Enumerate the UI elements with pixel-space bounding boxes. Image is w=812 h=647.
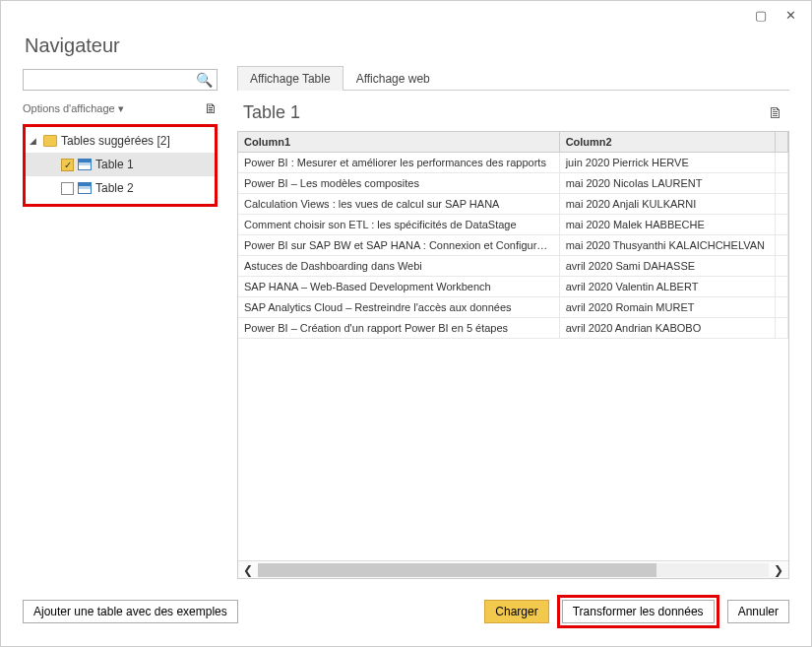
grid-scroll: Column1 Column2 Power BI : Mesurer et am… xyxy=(238,132,788,560)
table-cell: Astuces de Dashboarding dans Webi xyxy=(238,256,559,277)
folder-icon xyxy=(43,135,57,147)
maximize-button[interactable]: ▢ xyxy=(746,5,776,25)
data-grid: Column1 Column2 Power BI : Mesurer et am… xyxy=(237,131,789,579)
refresh-options-icon[interactable]: 🗎 xyxy=(204,100,218,116)
table-cell: juin 2020 Pierrick HERVE xyxy=(559,153,775,173)
table-cell: mai 2020 Malek HABBECHE xyxy=(559,215,775,235)
table-row[interactable]: Power BI sur SAP BW et SAP HANA : Connex… xyxy=(238,235,788,256)
table-icon xyxy=(78,182,92,194)
tree-item-label: Table 1 xyxy=(95,158,134,171)
tree-item-table-2[interactable]: Table 2 xyxy=(26,176,215,200)
transform-data-button[interactable]: Transformer les données xyxy=(562,600,715,623)
table-cell xyxy=(775,194,787,215)
table-row[interactable]: SAP HANA – Web-Based Development Workben… xyxy=(238,277,788,297)
right-pane: Affichage Table Affichage web Table 1 🗎 … xyxy=(237,65,789,579)
table-title: Table 1 xyxy=(243,102,300,123)
chevron-down-icon: ◢ xyxy=(30,136,39,146)
scroll-left-icon[interactable]: ❮ xyxy=(238,563,258,577)
load-button[interactable]: Charger xyxy=(484,600,548,623)
search-icon[interactable]: 🔍 xyxy=(196,72,213,88)
tree-group-suggested-tables[interactable]: ◢ Tables suggérées [2] xyxy=(26,129,215,153)
scroll-right-icon[interactable]: ❯ xyxy=(769,563,788,577)
table-cell: avril 2020 Sami DAHASSE xyxy=(559,256,775,277)
table-cell xyxy=(775,173,787,194)
table-cell xyxy=(775,153,787,173)
table-row[interactable]: Calculation Views : les vues de calcul s… xyxy=(238,194,788,215)
table-title-row: Table 1 🗎 xyxy=(237,91,789,131)
table-cell: avril 2020 Andrian KABOBO xyxy=(559,318,775,339)
tab-table-view[interactable]: Affichage Table xyxy=(237,66,344,91)
table-cell xyxy=(775,318,787,339)
table-row[interactable]: Power BI : Mesurer et améliorer les perf… xyxy=(238,153,788,173)
column-header[interactable]: Column2 xyxy=(559,132,775,153)
table-cell xyxy=(775,277,787,297)
table-cell xyxy=(775,235,787,256)
table-cell: Power BI sur SAP BW et SAP HANA : Connex… xyxy=(238,235,559,256)
transform-highlight: Transformer les données xyxy=(557,595,719,628)
table-cell: SAP Analytics Cloud – Restreindre l'accè… xyxy=(238,297,559,318)
table-cell xyxy=(775,297,787,318)
left-pane: 🔍 Options d'affichage ▾ 🗎 ◢ Tables suggé… xyxy=(23,69,218,579)
column-header[interactable]: Column1 xyxy=(238,132,559,153)
tab-web-view[interactable]: Affichage web xyxy=(344,66,443,91)
display-options-label: Options d'affichage ▾ xyxy=(23,102,124,115)
tree-group-label: Tables suggérées [2] xyxy=(61,134,170,148)
table-cell: mai 2020 Nicolas LAURENT xyxy=(559,173,775,194)
search-input-wrap[interactable]: 🔍 xyxy=(23,69,218,91)
horizontal-scrollbar[interactable]: ❮ ❯ xyxy=(238,560,788,578)
table-row[interactable]: Astuces de Dashboarding dans Webiavril 2… xyxy=(238,256,788,277)
table-cell: Power BI : Mesurer et améliorer les perf… xyxy=(238,153,559,173)
preview-table: Column1 Column2 Power BI : Mesurer et am… xyxy=(238,132,788,339)
scroll-track[interactable] xyxy=(258,563,769,577)
table-header-row: Column1 Column2 xyxy=(238,132,788,153)
table-cell: Power BI – Les modèles composites xyxy=(238,173,559,194)
checkbox-table-1[interactable]: ✓ xyxy=(61,159,74,171)
table-cell: avril 2020 Valentin ALBERT xyxy=(559,277,775,297)
refresh-preview-icon[interactable]: 🗎 xyxy=(768,104,783,122)
scroll-thumb[interactable] xyxy=(258,563,656,577)
table-cell: Power BI – Création d'un rapport Power B… xyxy=(238,318,559,339)
cancel-button[interactable]: Annuler xyxy=(727,600,789,623)
table-cell xyxy=(775,215,787,235)
footer: Ajouter une table avec des exemples Char… xyxy=(1,579,811,646)
add-table-button[interactable]: Ajouter une table avec des exemples xyxy=(23,600,238,623)
display-options[interactable]: Options d'affichage ▾ 🗎 xyxy=(23,98,218,118)
search-input[interactable] xyxy=(28,73,196,87)
navigator-dialog: ▢ ✕ Navigateur 🔍 Options d'affichage ▾ 🗎… xyxy=(0,0,812,647)
tree-item-label: Table 2 xyxy=(95,181,134,195)
table-cell: SAP HANA – Web-Based Development Workben… xyxy=(238,277,559,297)
table-cell: mai 2020 Thusyanthi KALAICHCHELVAN xyxy=(559,235,775,256)
content-area: 🔍 Options d'affichage ▾ 🗎 ◢ Tables suggé… xyxy=(1,69,811,579)
table-row[interactable]: Comment choisir son ETL : les spécificit… xyxy=(238,215,788,235)
tree-item-table-1[interactable]: ✓ Table 1 xyxy=(26,153,215,176)
table-row[interactable]: Power BI – Les modèles compositesmai 202… xyxy=(238,173,788,194)
table-cell: Comment choisir son ETL : les spécificit… xyxy=(238,215,559,235)
tree-highlight: ◢ Tables suggérées [2] ✓ Table 1 Table 2 xyxy=(23,124,218,207)
table-icon xyxy=(78,159,92,170)
table-cell xyxy=(775,256,787,277)
dialog-title: Navigateur xyxy=(1,29,811,69)
checkbox-table-2[interactable] xyxy=(61,182,74,195)
column-header[interactable] xyxy=(775,132,787,153)
table-row[interactable]: Power BI – Création d'un rapport Power B… xyxy=(238,318,788,339)
table-cell: Calculation Views : les vues de calcul s… xyxy=(238,194,559,215)
titlebar: ▢ ✕ xyxy=(1,1,811,29)
table-row[interactable]: SAP Analytics Cloud – Restreindre l'accè… xyxy=(238,297,788,318)
tabs: Affichage Table Affichage web xyxy=(237,65,789,91)
table-cell: avril 2020 Romain MURET xyxy=(559,297,775,318)
close-button[interactable]: ✕ xyxy=(776,5,805,25)
table-cell: mai 2020 Anjali KULKARNI xyxy=(559,194,775,215)
